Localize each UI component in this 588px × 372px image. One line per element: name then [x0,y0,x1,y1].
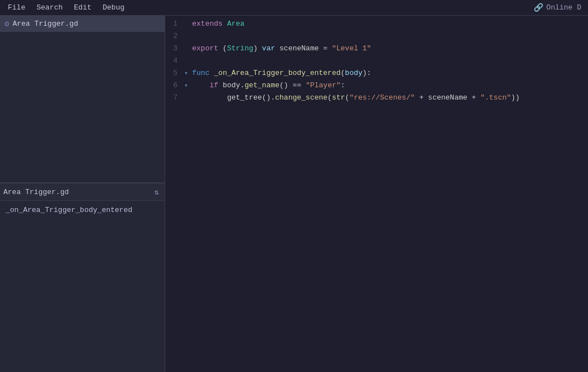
online-label: Online D [547,3,581,12]
code-line: 4 [165,55,588,67]
online-status: 🔗 Online D [534,3,586,12]
code-line: 1extends Area [165,18,588,30]
line-arrow: ▾ [184,79,192,92]
online-icon: 🔗 [534,3,543,12]
menu-file[interactable]: File [2,2,31,13]
code-text: export (String) var sceneName = "Level 1… [192,43,371,55]
file-tab-bar: Area Trigger.gd ⇅ [0,183,165,201]
line-arrow: ▾ [184,67,192,79]
menu-edit[interactable]: Edit [68,2,97,13]
code-line: 6▾ if body.get_name() == "Player": [165,79,588,92]
line-number: 2 [169,30,184,43]
menu-bar: File Search Edit Debug 🔗 Online D [0,0,588,16]
code-line: 7 get_tree().change_scene(str("res://Sce… [165,92,588,104]
code-text: func _on_Area_Trigger_body_entered(body)… [192,67,371,79]
line-number: 1 [169,18,184,30]
line-number: 6 [169,79,184,92]
code-text: extends Area [192,18,245,30]
file-tab-name: Area Trigger.gd [3,188,152,196]
file-list: ⚙ Area Trigger.gd [0,16,165,183]
menu-search[interactable]: Search [31,2,68,13]
code-content: 1extends Area23export (String) var scene… [165,16,588,372]
code-editor[interactable]: 1extends Area23export (String) var scene… [165,16,588,372]
function-item[interactable]: _on_Area_Trigger_body_entered [0,203,165,217]
line-number: 4 [169,55,184,67]
gear-icon: ⚙ [4,19,9,29]
code-text: if body.get_name() == "Player": [192,79,345,92]
function-list: _on_Area_Trigger_body_entered [0,201,165,372]
code-text: get_tree().change_scene(str("res://Scene… [192,92,520,104]
line-number: 7 [169,92,184,104]
left-panel: ⚙ Area Trigger.gd Area Trigger.gd ⇅ _on_… [0,16,165,372]
code-line: 2 [165,30,588,43]
code-line: 3export (String) var sceneName = "Level … [165,43,588,55]
main-layout: ⚙ Area Trigger.gd Area Trigger.gd ⇅ _on_… [0,16,588,372]
line-number: 5 [169,67,184,79]
sort-icon[interactable]: ⇅ [152,186,161,198]
file-item-name: Area Trigger.gd [12,20,78,28]
menu-debug[interactable]: Debug [97,2,130,13]
line-number: 3 [169,43,184,55]
code-line: 5▾func _on_Area_Trigger_body_entered(bod… [165,67,588,79]
file-item[interactable]: ⚙ Area Trigger.gd [0,16,165,32]
